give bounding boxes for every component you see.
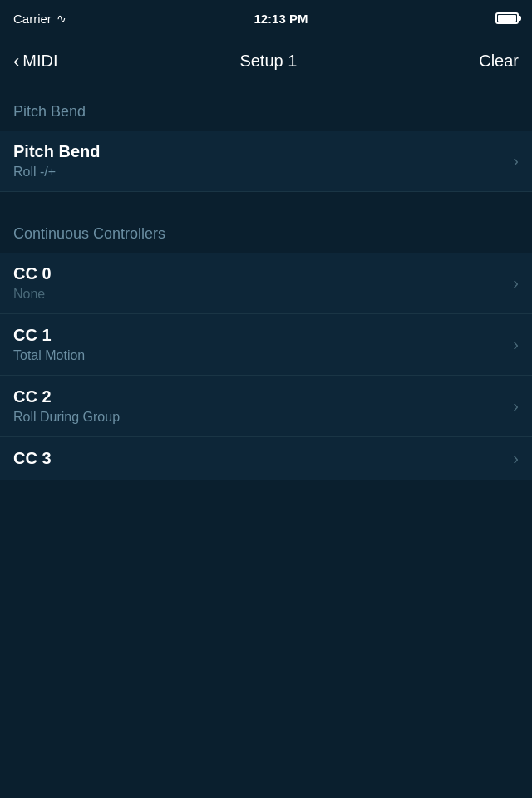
status-bar-time: 12:13 PM	[254, 12, 308, 26]
cc3-item-title: CC 3	[13, 449, 52, 468]
nav-title: Setup 1	[239, 52, 297, 71]
cc3-item[interactable]: CC 3 ›	[0, 437, 532, 480]
cc3-item-content: CC 3	[13, 449, 52, 468]
wifi-icon: ∿	[57, 12, 66, 25]
clear-button[interactable]: Clear	[479, 52, 519, 71]
pitch-bend-item-subtitle: Roll -/+	[13, 165, 100, 180]
section-gap-1	[0, 192, 532, 209]
cc0-chevron-icon: ›	[513, 273, 519, 293]
cc2-item-subtitle: Roll During Group	[13, 410, 120, 425]
cc3-chevron-icon: ›	[513, 449, 519, 468]
continuous-controllers-header-label: Continuous Controllers	[13, 225, 165, 242]
cc0-item-content: CC 0 None	[13, 264, 52, 302]
cc2-item-content: CC 2 Roll During Group	[13, 387, 120, 425]
back-chevron-icon: ‹	[13, 51, 19, 72]
status-bar-left: Carrier ∿	[13, 12, 66, 26]
cc0-item-title: CC 0	[13, 264, 52, 283]
cc2-item[interactable]: CC 2 Roll During Group ›	[0, 376, 532, 437]
pitch-bend-header-label: Pitch Bend	[13, 103, 86, 120]
battery-icon	[495, 12, 519, 24]
nav-bar: ‹ MIDI Setup 1 Clear	[0, 37, 532, 86]
pitch-bend-section-header: Pitch Bend	[0, 86, 532, 131]
carrier-label: Carrier	[13, 12, 52, 26]
cc1-item-title: CC 1	[13, 326, 85, 345]
continuous-controllers-section-header: Continuous Controllers	[0, 209, 532, 253]
continuous-controllers-section: Continuous Controllers CC 0 None › CC 1 …	[0, 209, 532, 480]
battery-fill	[498, 15, 516, 22]
pitch-bend-item[interactable]: Pitch Bend Roll -/+ ›	[0, 131, 532, 192]
back-label: MIDI	[22, 52, 57, 71]
cc1-item-content: CC 1 Total Motion	[13, 326, 85, 363]
back-button[interactable]: ‹ MIDI	[13, 51, 58, 72]
pitch-bend-item-content: Pitch Bend Roll -/+	[13, 142, 100, 180]
pitch-bend-chevron-icon: ›	[513, 151, 519, 170]
cc2-item-title: CC 2	[13, 387, 120, 406]
cc1-chevron-icon: ›	[513, 335, 519, 354]
cc1-item-subtitle: Total Motion	[13, 348, 85, 363]
cc1-item[interactable]: CC 1 Total Motion ›	[0, 314, 532, 376]
status-bar-right	[495, 12, 519, 24]
cc0-item-subtitle: None	[13, 287, 52, 302]
status-bar: Carrier ∿ 12:13 PM	[0, 0, 532, 37]
cc0-item[interactable]: CC 0 None ›	[0, 253, 532, 314]
pitch-bend-item-title: Pitch Bend	[13, 142, 100, 161]
cc2-chevron-icon: ›	[513, 397, 519, 416]
pitch-bend-section: Pitch Bend Pitch Bend Roll -/+ ›	[0, 86, 532, 192]
